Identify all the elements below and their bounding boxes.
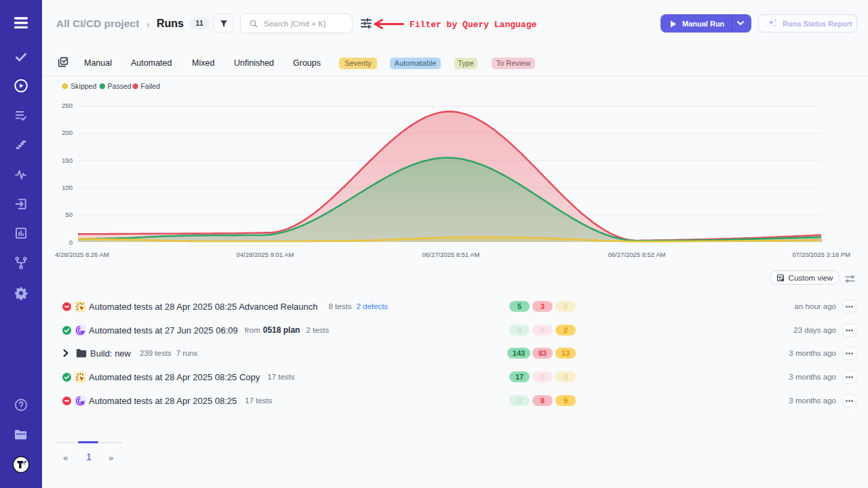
svg-text:06/27/2025 8:51 AM: 06/27/2025 8:51 AM bbox=[422, 251, 479, 258]
svg-text:07/20/2025 3:18 PM: 07/20/2025 3:18 PM bbox=[792, 251, 850, 258]
svg-text:150: 150 bbox=[62, 157, 73, 164]
svg-text:Skipped: Skipped bbox=[71, 82, 96, 90]
svg-text:Failed: Failed bbox=[140, 82, 160, 90]
svg-text:0: 0 bbox=[69, 239, 73, 246]
svg-text:200: 200 bbox=[62, 129, 73, 136]
svg-text:Passed: Passed bbox=[108, 82, 132, 90]
svg-text:100: 100 bbox=[62, 184, 73, 191]
svg-text:50: 50 bbox=[65, 211, 73, 218]
svg-text:04/28/2025 9:01 AM: 04/28/2025 9:01 AM bbox=[236, 251, 294, 258]
svg-text:4/28/2025 8:26 AM: 4/28/2025 8:26 AM bbox=[55, 251, 109, 258]
svg-text:06/27/2025 8:52 AM: 06/27/2025 8:52 AM bbox=[608, 251, 665, 258]
svg-text:250: 250 bbox=[62, 102, 73, 109]
